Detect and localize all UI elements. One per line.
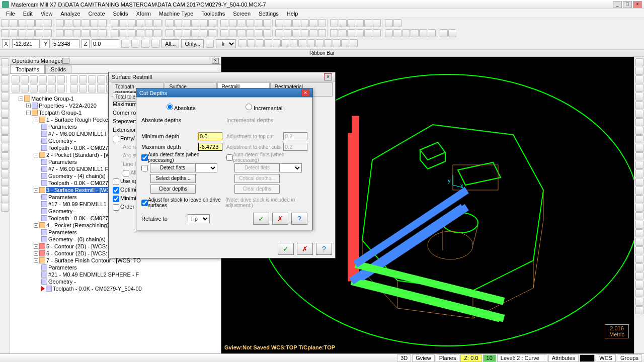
filter-icon[interactable] <box>206 40 214 48</box>
toolbar-icon[interactable] <box>229 19 237 27</box>
cd-cancel-button[interactable]: ✗ <box>272 213 288 225</box>
tree-node[interactable]: Geometry - <box>11 278 220 285</box>
status-planes[interactable]: Planes <box>436 354 460 362</box>
toolbar-icon[interactable] <box>309 29 317 37</box>
minimize-button[interactable]: _ <box>613 1 622 8</box>
toolbar-icon[interactable] <box>12 75 20 83</box>
toolbar-icon[interactable] <box>373 19 381 27</box>
cd-detect-flats-button[interactable]: Detect flats <box>150 163 195 172</box>
status-gview[interactable]: Gview <box>412 354 435 362</box>
side-toolbar-icon[interactable] <box>1 75 9 83</box>
menu-edit[interactable]: Edit <box>19 10 37 18</box>
toolbar-icon[interactable] <box>402 29 410 37</box>
coord-tool-icon[interactable] <box>121 40 129 48</box>
toolbar-icon[interactable] <box>111 29 119 37</box>
side-toolbar-icon[interactable] <box>1 67 9 75</box>
toolbar-icon[interactable] <box>88 75 96 83</box>
side-toolbar-icon[interactable] <box>1 204 9 212</box>
toolbar-icon[interactable] <box>411 29 419 37</box>
toolbar-icon[interactable] <box>200 19 208 27</box>
toolbar-icon[interactable] <box>237 29 246 37</box>
side-toolbar-icon[interactable] <box>635 169 643 177</box>
toolbar-icon[interactable] <box>191 19 199 27</box>
toolbar-icon[interactable] <box>111 19 119 27</box>
cd-detect-flats-check[interactable] <box>141 165 148 171</box>
toolbar-icon[interactable] <box>145 29 153 37</box>
toolbar-icon[interactable] <box>339 29 347 37</box>
toolbar-icon[interactable] <box>30 84 38 93</box>
menu-xform[interactable]: Xform <box>132 10 155 18</box>
side-toolbar-icon[interactable] <box>635 58 643 66</box>
sr-cancel-button[interactable]: ✗ <box>297 243 313 255</box>
all-button[interactable]: All... <box>162 39 179 48</box>
toolbar-icon[interactable] <box>275 29 283 37</box>
toolbar-icon[interactable] <box>174 29 182 37</box>
sr-help-button[interactable]: ? <box>316 243 332 255</box>
toolbar-icon[interactable] <box>57 75 65 83</box>
toolbar-icon[interactable] <box>393 19 401 27</box>
toolbar-icon[interactable] <box>208 19 216 27</box>
side-toolbar-icon[interactable] <box>1 169 9 177</box>
toolbar-icon[interactable] <box>35 19 43 27</box>
toolbar-icon[interactable] <box>393 29 401 37</box>
side-toolbar-icon[interactable] <box>635 101 643 109</box>
toolbar-icon[interactable] <box>39 75 47 83</box>
toolbar-icon[interactable] <box>292 29 300 37</box>
coord-tool-icon[interactable] <box>151 40 159 48</box>
side-toolbar-icon[interactable] <box>635 110 643 118</box>
pin-icon[interactable] <box>62 58 69 64</box>
toolbar-icon[interactable] <box>44 29 52 37</box>
toolbar-icon[interactable] <box>373 29 381 37</box>
cd-incremental-radio[interactable]: Incremental <box>246 104 283 111</box>
side-toolbar-icon[interactable] <box>1 84 9 92</box>
toolbar-icon[interactable] <box>166 29 174 37</box>
side-toolbar-icon[interactable] <box>1 118 9 126</box>
sr-optimize-checkbox[interactable] <box>113 187 119 194</box>
toolbar-icon[interactable] <box>237 19 246 27</box>
status-groups[interactable]: Groups <box>617 354 642 362</box>
toolbar-icon[interactable] <box>318 29 326 37</box>
cd-clear-depths-button[interactable]: Clear depths <box>150 185 196 194</box>
toolbar-icon[interactable] <box>136 29 144 37</box>
toolbar-icon[interactable] <box>200 29 208 37</box>
sr-close-button[interactable]: × <box>324 73 332 80</box>
toolbar-icon[interactable] <box>128 29 136 37</box>
side-toolbar-icon[interactable] <box>635 272 643 280</box>
side-toolbar-icon[interactable] <box>635 178 643 186</box>
sr-total-tol-button[interactable]: Total tole <box>113 93 138 102</box>
y-input[interactable] <box>52 39 79 48</box>
side-toolbar-icon[interactable] <box>635 281 643 289</box>
tree-node[interactable]: #21 - M0.49 ENDMILL2 SPHERE - F <box>11 271 220 278</box>
side-toolbar-icon[interactable] <box>635 152 643 160</box>
toolbar-icon[interactable] <box>153 19 162 27</box>
side-toolbar-icon[interactable] <box>635 144 643 152</box>
side-toolbar-icon[interactable] <box>635 255 643 263</box>
cd-auto-detect-checkbox[interactable] <box>141 154 148 161</box>
menu-file[interactable]: File <box>2 10 19 18</box>
side-toolbar-icon[interactable] <box>1 93 9 101</box>
toolbar-icon[interactable] <box>136 19 144 27</box>
toolbar-icon[interactable] <box>292 19 300 27</box>
status-color[interactable] <box>580 354 595 362</box>
side-toolbar-icon[interactable] <box>1 178 9 186</box>
toolbar-icon[interactable] <box>90 29 98 37</box>
toolbar-icon[interactable] <box>73 29 81 37</box>
toolbar-icon[interactable] <box>27 29 35 37</box>
cd-select-depths-button[interactable]: Select depths... <box>150 174 196 183</box>
side-toolbar-icon[interactable] <box>635 263 643 272</box>
toolbar-icon[interactable] <box>1 19 9 27</box>
menu-help[interactable]: Help <box>283 10 302 18</box>
toolbar-icon[interactable] <box>18 19 26 27</box>
side-toolbar-icon[interactable] <box>635 212 643 220</box>
toolbar-icon[interactable] <box>330 29 338 37</box>
toolbar-icon[interactable] <box>21 75 29 83</box>
toolbar-icon[interactable] <box>39 84 47 93</box>
side-toolbar-icon[interactable] <box>635 229 643 237</box>
z-input[interactable] <box>92 39 119 48</box>
sr-titlebar[interactable]: Surface Restmill × <box>109 72 335 81</box>
toolbar-icon[interactable] <box>339 19 347 27</box>
toolbar-icon[interactable] <box>70 84 78 93</box>
toolbar-icon[interactable] <box>90 19 98 27</box>
toolbar-icon[interactable] <box>12 84 20 93</box>
toolbar-icon[interactable] <box>275 19 283 27</box>
